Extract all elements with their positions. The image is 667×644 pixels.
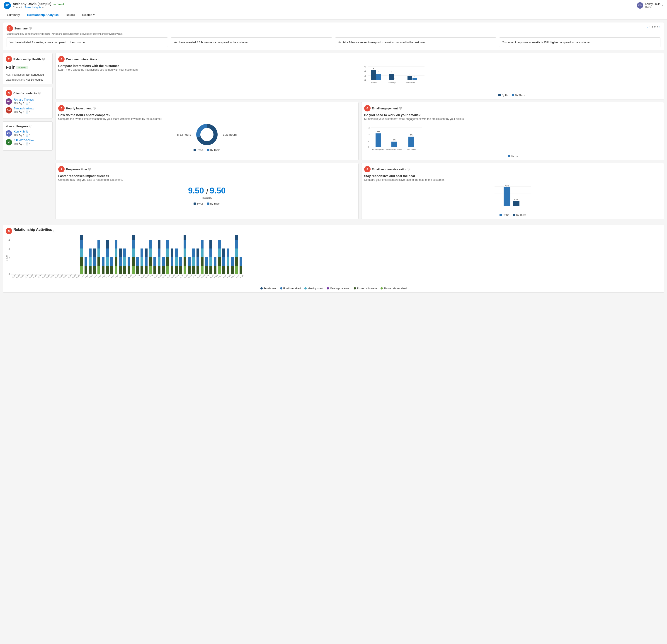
activity-bar-segment xyxy=(158,266,161,274)
svg-text:23 Jan: 23 Jan xyxy=(175,274,180,279)
activity-bar-segment xyxy=(97,248,100,257)
interactions-legend: By Us By Them xyxy=(362,94,662,97)
tab-details[interactable]: Details xyxy=(62,11,79,19)
activity-bar-segment xyxy=(192,257,195,266)
colleagues-info[interactable]: ⓘ xyxy=(30,125,32,128)
activity-bar-segment xyxy=(214,266,216,274)
breadcrumb-link[interactable]: Sales Insights xyxy=(24,6,41,9)
svg-text:6: 6 xyxy=(364,65,366,68)
activity-bar-segment xyxy=(106,240,109,248)
email-engagement-legend-us: By Us xyxy=(508,155,518,158)
email-engagement-chart: 15 10 5 0 10% 4% xyxy=(364,125,423,152)
legend-dot-them xyxy=(512,94,514,96)
svg-text:0: 0 xyxy=(9,273,10,276)
svg-rect-8 xyxy=(371,70,376,80)
clients-info[interactable]: ⓘ xyxy=(38,91,41,95)
activity-bar-segment xyxy=(196,257,199,266)
colleague-hash-name[interactable]: # PpdfCDSClient xyxy=(14,139,34,142)
svg-text:19 Dec: 19 Dec xyxy=(25,274,29,279)
svg-text:1: 1 xyxy=(9,266,10,269)
hourly-info[interactable]: ⓘ xyxy=(93,106,96,110)
svg-text:23 Dec: 23 Dec xyxy=(42,274,47,279)
svg-text:19 Jan: 19 Jan xyxy=(158,274,163,279)
contact-rt-name[interactable]: Richard Thomas xyxy=(14,98,34,101)
tab-related[interactable]: Related ▾ xyxy=(78,11,98,19)
user-menu-chevron[interactable]: ▾ xyxy=(662,4,663,6)
response-time-info[interactable]: ⓘ xyxy=(88,167,91,171)
svg-text:5: 5 xyxy=(373,67,374,70)
activities-legend: Emails sent Emails received Meetings sen… xyxy=(6,287,661,290)
activity-bar-segment xyxy=(93,266,96,274)
pagination: ‹ 1-4 of 4 › xyxy=(647,25,661,29)
contact-rt-icons: ✉ 3 📞 5 📄 1 xyxy=(14,102,34,105)
colleague-ks-name[interactable]: Kenny Smith xyxy=(14,130,30,133)
sm-emails: ✉ 3 xyxy=(14,111,18,114)
activity-bar-segment xyxy=(89,248,92,257)
svg-text:22 Dec: 22 Dec xyxy=(37,274,42,279)
rel-health-title: Relationship Health xyxy=(13,57,41,61)
email-sr-chart-title: Stay responsive and seal the deal xyxy=(364,174,662,178)
svg-text:0: 0 xyxy=(364,79,366,82)
summary-cards: You have initiated 3 meetings more compa… xyxy=(6,37,661,47)
pagination-prev[interactable]: ‹ xyxy=(647,25,648,29)
summary-info-icon[interactable]: ⓘ xyxy=(29,27,32,30)
svg-text:2: 2 xyxy=(409,73,410,76)
activity-bar-segment xyxy=(179,266,182,274)
svg-text:0: 0 xyxy=(368,146,369,148)
hourly-header: 5 Hourly investment ⓘ xyxy=(58,105,356,112)
activity-bar-segment xyxy=(93,248,96,257)
rel-health-info[interactable]: ⓘ xyxy=(42,57,45,61)
activity-bar-segment xyxy=(115,240,117,248)
activity-bar-segment xyxy=(136,257,139,266)
svg-text:Emails: Emails xyxy=(371,82,377,84)
activity-bar-segment xyxy=(166,248,169,257)
svg-text:4 Jan: 4 Jan xyxy=(93,275,97,279)
response-time-legend-us: By Us xyxy=(194,202,203,205)
colleagues-card: Your colleagues ⓘ KS Kenny Smith ✉ 3 📞 5… xyxy=(3,121,53,151)
response-time-chart-subtitle: Compare how long you take to respond to … xyxy=(58,178,356,181)
activity-bar-segment xyxy=(188,257,191,266)
dot-meetings-received xyxy=(327,287,329,290)
dot-emails-received xyxy=(280,287,282,290)
svg-text:20 Dec: 20 Dec xyxy=(29,274,34,279)
pagination-next[interactable]: › xyxy=(659,25,661,29)
activity-bar-segment xyxy=(115,257,117,266)
activity-bar-segment xyxy=(231,266,234,274)
interactions-info[interactable]: ⓘ xyxy=(99,57,101,61)
activity-bar-segment xyxy=(141,266,143,274)
activity-bar-segment xyxy=(209,248,212,257)
legend-dot-us xyxy=(499,94,501,96)
activity-bar-segment xyxy=(149,257,152,266)
contact-sm-avatar: SM xyxy=(6,107,12,114)
svg-text:15: 15 xyxy=(368,127,370,129)
activity-bar-segment xyxy=(235,235,238,240)
email-sr-info[interactable]: ⓘ xyxy=(407,167,409,171)
activity-bar-segment xyxy=(170,248,173,257)
email-engagement-info[interactable]: ⓘ xyxy=(399,106,402,110)
legend-by-us: By Us xyxy=(499,94,508,97)
svg-text:21 Jan: 21 Jan xyxy=(167,274,171,279)
svg-text:17 Jan: 17 Jan xyxy=(149,274,154,279)
badge-4: 4 xyxy=(58,56,65,62)
activity-bar-segment xyxy=(222,248,225,257)
tab-relationship-analytics[interactable]: Relationship Analytics xyxy=(23,11,62,19)
activity-bar-segment xyxy=(80,248,83,257)
svg-rect-9 xyxy=(376,74,381,80)
svg-text:12 Jan: 12 Jan xyxy=(128,274,132,279)
tab-summary[interactable]: Summary xyxy=(4,11,23,19)
email-sr-header: 8 Email send/receive ratio ⓘ xyxy=(364,166,662,172)
activity-bar-segment xyxy=(80,257,83,266)
svg-text:4: 4 xyxy=(364,70,366,72)
summary-header-row: 1 Summary ⓘ Metrics and key performance … xyxy=(6,25,661,37)
activity-bar-segment xyxy=(209,240,212,248)
donut-container: 8.33 hours 3.33 hours xyxy=(58,123,356,146)
activities-info[interactable]: ⓘ xyxy=(53,229,56,233)
svg-text:16 Dec: 16 Dec xyxy=(12,274,16,279)
contact-sm-name[interactable]: Sandra Martinez xyxy=(14,107,34,110)
response-time-title: Response time xyxy=(66,168,87,171)
summary-title: Summary xyxy=(14,27,28,30)
activity-bar-segment xyxy=(183,235,186,240)
customer-interactions-panel: 4 Customer interactions ⓘ Compare intera… xyxy=(55,53,664,99)
svg-text:5 Feb: 5 Feb xyxy=(231,275,235,279)
response-time-legend: By Us By Them xyxy=(58,202,356,205)
